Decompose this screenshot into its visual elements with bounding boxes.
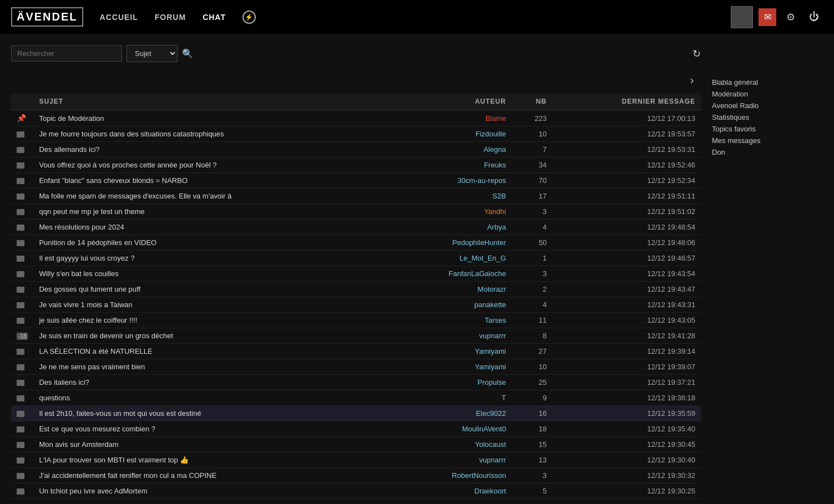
topic-link[interactable]: Un tchiot peu ivre avec AdMortem [39, 487, 147, 495]
table-row[interactable]: Des allemands ici?Alegna712/12 19:53:31 [11, 142, 701, 157]
author-link[interactable]: FanfanLaGaloche [449, 269, 506, 278]
row-title[interactable]: Des gosses qui fument une puff [33, 282, 391, 297]
table-row[interactable]: Est ce que vous mesurez combien ?MoulinA… [11, 421, 701, 437]
sidebar-link-2[interactable]: Avenoel Radio [712, 101, 823, 110]
row-title[interactable]: Je me fourre toujours dans des situation… [33, 126, 391, 142]
topic-link[interactable]: je suis allée chez le coiffeur !!!! [39, 316, 137, 324]
author-link[interactable]: PedophileHunter [452, 238, 506, 247]
row-title[interactable]: L'IA pour trouver son MBTI est vraiment … [33, 452, 391, 468]
sidebar-link-3[interactable]: Statistiques [712, 113, 823, 121]
row-author[interactable]: Propulse [391, 375, 512, 390]
row-title[interactable]: Punition de 14 pédophiles en VIDEO [33, 235, 391, 251]
table-row[interactable]: -18Je suis en train de devenir un gros d… [11, 328, 701, 344]
table-row[interactable]: Je vais vivre 1 mois a Taiwanpanakette41… [11, 297, 701, 313]
row-author[interactable]: Yamiyami [391, 344, 512, 359]
topic-link[interactable]: Je vais vivre 1 mois a Taiwan [39, 301, 132, 309]
nav-chat[interactable]: CHAT [203, 13, 226, 22]
topic-link[interactable]: Il est gayyyy lui vous croyez ? [39, 254, 134, 262]
row-author[interactable]: vupnarrr [391, 452, 512, 468]
author-link[interactable]: Freuks [484, 161, 506, 169]
author-link[interactable]: Propulse [478, 378, 506, 386]
row-title[interactable]: Je suis en train de devenir un gros déch… [33, 328, 391, 344]
sidebar-link-6[interactable]: Don [712, 148, 823, 156]
row-author[interactable]: Yamiyami [391, 359, 512, 375]
author-link[interactable]: Elec9022 [476, 409, 506, 418]
table-row[interactable]: J'ai accidentellement fait renifler mon … [11, 468, 701, 483]
topic-link[interactable]: Enfant "blanc" sans cheveux blonds = NAR… [39, 176, 188, 185]
sidebar-link-0[interactable]: Blabla général [712, 78, 823, 86]
row-author[interactable]: RobertNourisson [391, 468, 512, 483]
author-link[interactable]: Yandhi [484, 207, 506, 216]
table-row[interactable]: Mon avis sur AmsterdamYolocaust1512/12 1… [11, 437, 701, 452]
table-row[interactable]: Je ne me sens pas vraiment bienYamiyami1… [11, 359, 701, 375]
topic-link[interactable]: Topic de Modération [39, 114, 104, 123]
row-author[interactable]: Le_Mot_En_G [391, 251, 512, 266]
author-link[interactable]: Alegna [483, 145, 506, 154]
row-author[interactable]: panakette [391, 297, 512, 313]
author-link[interactable]: Tarses [485, 316, 506, 324]
search-button[interactable]: 🔍 [182, 48, 193, 59]
row-title[interactable]: Je ne me sens pas vraiment bien [33, 359, 391, 375]
row-author[interactable]: Draekoort [391, 483, 512, 499]
topic-link[interactable]: Des gosses qui fument une puff [39, 285, 140, 293]
row-author[interactable]: 30cm-au-repos [391, 173, 512, 189]
author-link[interactable]: Yamiyami [475, 363, 506, 371]
table-row[interactable]: Un tchiot peu ivre avec AdMortemDraekoor… [11, 483, 701, 499]
author-link[interactable]: Draekoort [474, 487, 506, 495]
refresh-button[interactable]: ↻ [693, 48, 701, 60]
row-title[interactable]: Un tchiot peu ivre avec AdMortem [33, 483, 391, 499]
topic-link[interactable]: L'IA pour trouver son MBTI est vraiment … [39, 456, 189, 464]
row-title[interactable]: J'ai accidentellement fait renifler mon … [33, 468, 391, 483]
table-row[interactable]: Je me fourre toujours dans des situation… [11, 126, 701, 142]
row-author[interactable]: MoulinAVent0 [391, 421, 512, 437]
mail-button[interactable]: ✉ [759, 8, 776, 26]
author-link[interactable]: RobertNourisson [452, 471, 506, 480]
row-title[interactable]: Des italiens ici? [33, 375, 391, 390]
row-author[interactable]: S2B [391, 189, 512, 204]
table-row[interactable]: Il est gayyyy lui vous croyez ?Le_Mot_En… [11, 251, 701, 266]
table-row[interactable]: 📌Topic de ModérationBlame22312/12 17:00:… [11, 110, 701, 126]
table-row[interactable]: Ma folle me spam de messages d'excuses. … [11, 189, 701, 204]
row-author[interactable]: Yolocaust [391, 437, 512, 452]
topic-link[interactable]: Mon avis sur Amsterdam [39, 440, 118, 449]
table-row[interactable]: Des gosses qui fument une puffMotorazr21… [11, 282, 701, 297]
table-row[interactable]: Mes résolutions pour 2024Arbya412/12 19:… [11, 220, 701, 235]
author-link[interactable]: Le_Mot_En_G [459, 254, 506, 262]
row-title[interactable]: questions [33, 390, 391, 406]
sidebar-link-5[interactable]: Mes messages [712, 136, 823, 145]
row-title[interactable]: qqn peut me mp je test un theme [33, 204, 391, 220]
table-row[interactable]: Des italiens ici?Propulse2512/12 19:37:2… [11, 375, 701, 390]
settings-button[interactable]: ⚙ [782, 8, 800, 26]
author-link[interactable]: S2B [492, 192, 506, 200]
search-type-select[interactable]: Sujet Auteur Contenu [127, 45, 178, 62]
row-title[interactable]: Je vais vivre 1 mois a Taiwan [33, 297, 391, 313]
row-title[interactable]: Mon avis sur Amsterdam [33, 437, 391, 452]
table-row[interactable]: Il est 2h10, faites-vous un mot qui vous… [11, 406, 701, 421]
row-author[interactable]: Blame [391, 110, 512, 126]
row-title[interactable]: Des allemands ici? [33, 142, 391, 157]
author-link[interactable]: Blame [486, 114, 506, 123]
row-title[interactable]: Topic de Modération [33, 110, 391, 126]
row-author[interactable]: PedophileHunter [391, 235, 512, 251]
author-link[interactable]: 30cm-au-repos [457, 176, 506, 185]
row-author[interactable]: FanfanLaGaloche [391, 266, 512, 282]
author-link[interactable]: Yamiyami [475, 347, 506, 355]
row-author[interactable]: Arbya [391, 220, 512, 235]
row-author[interactable]: Motorazr [391, 282, 512, 297]
nav-forum[interactable]: FORUM [155, 13, 186, 22]
table-row[interactable]: Willy s'en bat les couillesFanfanLaGaloc… [11, 266, 701, 282]
author-link[interactable]: MoulinAVent0 [462, 425, 506, 433]
topic-link[interactable]: Est ce que vous mesurez combien ? [39, 425, 155, 433]
row-author[interactable]: T [391, 390, 512, 406]
topic-link[interactable]: J'ai accidentellement fait renifler mon … [39, 471, 216, 480]
topic-link[interactable]: Ma folle me spam de messages d'excuses. … [39, 192, 231, 200]
topic-link[interactable]: LA SÉLECTION a été NATURELLE [39, 347, 152, 355]
row-title[interactable]: Il est gayyyy lui vous croyez ? [33, 251, 391, 266]
author-link[interactable]: Arbya [487, 223, 506, 231]
table-row[interactable]: qqn peut me mp je test un themeYandhi312… [11, 204, 701, 220]
row-title[interactable]: Mes résolutions pour 2024 [33, 220, 391, 235]
topic-link[interactable]: Je ne me sens pas vraiment bien [39, 363, 145, 371]
topic-link[interactable]: Je suis en train de devenir un gros déch… [39, 332, 173, 340]
topic-link[interactable]: Vous offrez quoi à vos proches cette ann… [39, 161, 216, 169]
search-input[interactable] [11, 45, 122, 62]
